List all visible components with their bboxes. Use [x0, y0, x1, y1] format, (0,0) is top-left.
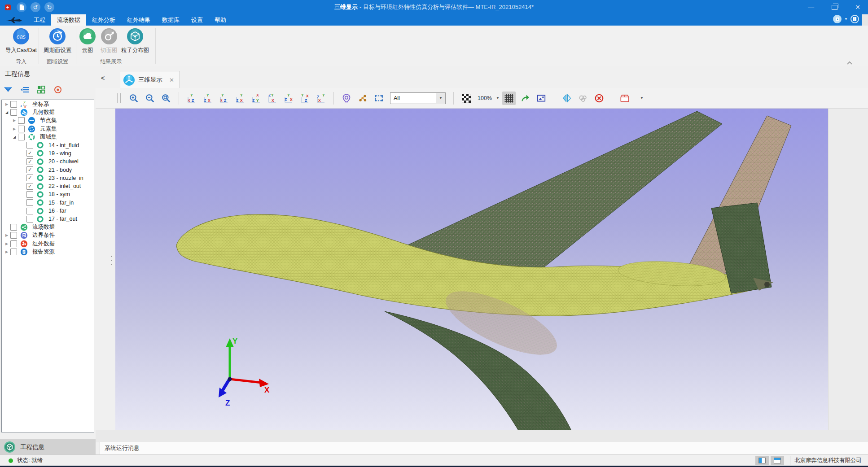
run-tool-button[interactable] — [833, 15, 842, 23]
locate-tool-button[interactable] — [53, 84, 63, 95]
tree-checkbox[interactable] — [26, 142, 33, 148]
tree-row[interactable]: ✓19 - wing — [2, 149, 94, 157]
tree-checkbox[interactable] — [18, 134, 25, 140]
panel-footer-tab[interactable]: 工程信息 — [0, 439, 96, 455]
menu-item-1[interactable]: 工程 — [28, 14, 51, 26]
opacity-value[interactable]: 100% — [478, 95, 492, 101]
tree-row[interactable]: ✓22 - inlet_out — [2, 182, 94, 190]
tree-row[interactable]: ◢几何数据 — [2, 108, 94, 116]
view-back-button[interactable]: YZX — [201, 92, 215, 105]
tree-checkbox[interactable] — [26, 208, 33, 214]
quick-access-redo[interactable]: ↻ — [44, 2, 54, 12]
save-view-button[interactable] — [618, 92, 631, 105]
toolbar-drag-handle[interactable] — [117, 93, 121, 103]
tree-row[interactable]: ✓21 - body — [2, 166, 94, 174]
rect-select-button[interactable] — [372, 92, 386, 105]
zoom-out-button[interactable] — [143, 92, 157, 105]
tree-checkbox[interactable] — [26, 199, 33, 206]
opacity-button[interactable] — [460, 92, 473, 105]
snapshot-button[interactable] — [535, 92, 548, 105]
grid-view-tool-button[interactable] — [36, 84, 47, 95]
zoom-in-button[interactable] — [127, 92, 140, 105]
caret-down-icon[interactable]: ▼ — [496, 96, 500, 100]
tree-row[interactable]: ✓23 - nozzle_in — [2, 174, 94, 182]
tree-row[interactable]: ▶红外数据 — [2, 240, 94, 248]
mesh-grid-toggle[interactable] — [502, 92, 516, 105]
export-button[interactable] — [518, 92, 532, 105]
menu-extra-caret[interactable]: ▼ — [844, 17, 848, 21]
tree-checkbox[interactable] — [26, 191, 33, 198]
layout-bottom-toggle[interactable] — [771, 456, 784, 465]
minimize-button[interactable]: — — [805, 2, 817, 13]
quick-access-app[interactable]: + — [3, 2, 13, 12]
mirror-button[interactable] — [560, 92, 574, 105]
view-left-button[interactable]: YXZ — [217, 92, 231, 105]
view-top-button[interactable]: XZY — [250, 92, 263, 105]
menu-item-7[interactable]: 帮助 — [209, 14, 232, 26]
menu-item-4[interactable]: 红外结果 — [121, 14, 156, 26]
outline-tool-button[interactable] — [19, 84, 30, 95]
tree-row[interactable]: 15 - far_in — [2, 199, 94, 207]
tree-row[interactable]: ▶节点集 — [2, 117, 94, 125]
tree-checkbox-checked[interactable]: ✓ — [26, 166, 33, 173]
tab-close-icon[interactable]: ✕ — [169, 77, 174, 83]
caret-down-icon[interactable]: ▼ — [640, 96, 644, 100]
tree-row[interactable]: 18 - sym — [2, 190, 94, 198]
tree-row[interactable]: 16 - far — [2, 207, 94, 215]
tree-checkbox[interactable] — [10, 249, 17, 255]
tree-checkbox[interactable] — [10, 224, 17, 231]
ribbon-collapse-icon[interactable] — [846, 59, 853, 67]
tree-checkbox-checked[interactable]: ✓ — [26, 158, 33, 165]
expand-collapsed-icon[interactable]: ▶ — [11, 118, 18, 122]
molecule-display-button[interactable] — [356, 92, 369, 105]
tree-checkbox[interactable] — [26, 216, 33, 223]
tree-row[interactable]: ▶报告资源 — [2, 248, 94, 256]
tree-checkbox[interactable] — [10, 109, 17, 116]
menu-item-2[interactable]: 流场数据 — [51, 14, 86, 26]
viewport-3d[interactable]: Y X Z — [115, 109, 828, 430]
display-filter-combo[interactable]: All▼ — [390, 92, 446, 104]
tree-row[interactable]: 14 - int_fluid — [2, 141, 94, 149]
expand-collapsed-icon[interactable]: ▶ — [4, 250, 10, 254]
tab-3d-view[interactable]: 三维显示 ✕ — [120, 71, 180, 88]
tree-checkbox-checked[interactable]: ✓ — [26, 183, 33, 190]
quick-access-undo[interactable]: ↺ — [31, 2, 40, 12]
tree-checkbox-checked[interactable]: ✓ — [26, 150, 33, 157]
close-button[interactable]: ✕ — [852, 2, 864, 13]
cancel-render-button[interactable] — [592, 92, 606, 105]
tree-row[interactable]: ▶元素集 — [2, 125, 94, 133]
manual-button[interactable] — [850, 15, 859, 23]
tree-row[interactable]: ◢面域集 — [2, 133, 94, 141]
tree-checkbox-checked[interactable]: ✓ — [26, 175, 33, 181]
probe-button[interactable] — [340, 92, 353, 105]
zoom-window-button[interactable] — [159, 92, 173, 105]
ribbon-button-cas[interactable]: cas导入Cas/Dat — [2, 27, 40, 54]
tree-row[interactable]: 流场数据 — [2, 223, 94, 231]
view-right-button[interactable]: YZX — [233, 92, 247, 105]
filter-tool-button[interactable] — [3, 84, 13, 95]
tree-row[interactable]: ▶Yzx坐标系 — [2, 100, 94, 108]
menu-item-3[interactable]: 红外分析 — [86, 14, 121, 26]
expand-collapsed-icon[interactable]: ▶ — [4, 102, 10, 106]
expand-expanded-icon[interactable]: ◢ — [4, 110, 10, 114]
view-bottom-button[interactable]: ZYX — [266, 92, 279, 105]
view-front-button[interactable]: YXZ — [185, 92, 198, 105]
expand-collapsed-icon[interactable]: ▶ — [4, 242, 10, 246]
expand-expanded-icon[interactable]: ◢ — [11, 135, 18, 139]
view-iso-xz-button[interactable]: ZYX — [314, 92, 328, 105]
menu-item-6[interactable]: 设置 — [185, 14, 209, 26]
quick-access-doc[interactable] — [17, 2, 26, 12]
expand-collapsed-icon[interactable]: ▶ — [4, 233, 10, 237]
tab-scroll-left-button[interactable]: < — [101, 74, 105, 82]
menu-item-5[interactable]: 数据库 — [156, 14, 185, 26]
combo-dropdown-icon[interactable]: ▼ — [436, 93, 445, 103]
panel-splitter[interactable] — [110, 256, 113, 271]
tree-row[interactable]: ▶边界条件 — [2, 231, 94, 240]
layout-left-toggle[interactable] — [755, 456, 769, 465]
ribbon-button-particle[interactable]: 粒子分布图 — [116, 27, 154, 54]
tree-checkbox[interactable] — [10, 101, 17, 108]
tree-checkbox[interactable] — [10, 232, 17, 239]
tree-checkbox[interactable] — [10, 240, 17, 247]
view-iso-yz-button[interactable]: YXZ — [298, 92, 311, 105]
restore-button[interactable] — [829, 2, 840, 13]
